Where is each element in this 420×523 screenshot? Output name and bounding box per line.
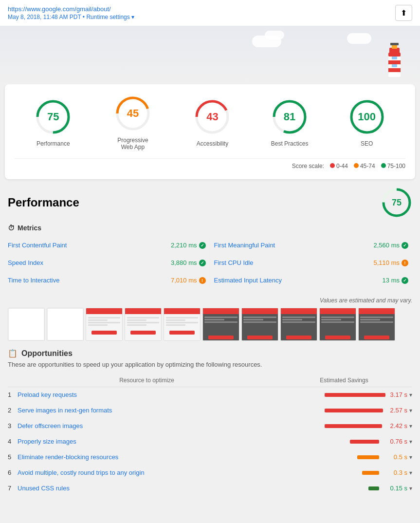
svg-rect-6 [392, 45, 397, 49]
opp-bar [368, 486, 379, 490]
chevron-down-icon[interactable]: ▾ [409, 469, 412, 476]
opp-bar-container: 0.3 s ▾ [325, 469, 412, 476]
thumbnail [164, 308, 201, 341]
performance-section: Performance 75 [8, 187, 412, 218]
metric-row: Time to Interactive 7,010 ms ! [8, 272, 206, 289]
opp-bar [350, 440, 379, 444]
opportunities-title: 📋 Opportunities [8, 349, 412, 358]
metrics-col-right: First Meaningful Paint 2,560 ms ✓ First … [210, 237, 413, 289]
scale-red: 0-44 [330, 163, 348, 169]
metric-value: 2,560 ms ✓ [374, 242, 408, 249]
metric-label[interactable]: Time to Interactive [8, 277, 59, 284]
status-dot: ✓ [199, 260, 206, 266]
opportunities-header: Resource to optimize Estimated Savings [8, 374, 412, 387]
page-url[interactable]: https://www.google.com/gmail/about/ [8, 5, 111, 13]
thumbnail [47, 308, 84, 341]
chevron-down-icon[interactable]: ▾ [409, 438, 412, 445]
estimated-note: Values are estimated and may vary. [8, 297, 412, 304]
opp-savings: 2.42 s ▾ [386, 422, 412, 430]
status-dot: ✓ [402, 277, 408, 284]
score-item-accessibility[interactable]: 43 Accessibility [193, 97, 232, 147]
performance-score-circle: 75 [381, 187, 412, 218]
perf-score-num: 75 [392, 198, 402, 208]
opp-savings: 0.3 s ▾ [383, 469, 412, 476]
opp-bar [325, 409, 383, 412]
chevron-down-icon[interactable]: ▾ [409, 454, 412, 461]
thumbnail [280, 308, 317, 341]
performance-title: Performance [8, 196, 79, 209]
opp-bar-container: 0.76 s ▾ [325, 438, 412, 445]
opp-savings: 3.17 s ▾ [389, 391, 412, 398]
score-item-pwa[interactable]: 45 Progressive Web App [111, 94, 155, 150]
metric-label[interactable]: First Contentful Paint [8, 242, 67, 249]
opp-num: 7 [8, 485, 18, 492]
score-item-seo[interactable]: 100 SEO [347, 97, 386, 147]
opp-name: Preload key requests [18, 391, 325, 398]
col-savings: Estimated Savings [276, 377, 412, 384]
share-button[interactable]: ⬆ [395, 5, 412, 21]
metric-row: Estimated Input Latency 13 ms ✓ [214, 272, 409, 289]
scale-orange: 45-74 [354, 163, 375, 169]
opportunity-row[interactable]: 6 Avoid multiple, costly round trips to … [8, 465, 412, 481]
svg-rect-3 [388, 60, 401, 64]
score-number-performance: 75 [47, 111, 59, 123]
svg-rect-8 [392, 56, 397, 59]
score-number-accessibility: 43 [206, 111, 218, 123]
opportunities-icon: 📋 [8, 349, 18, 358]
opportunity-row[interactable]: 3 Defer offscreen images 2.42 s ▾ [8, 418, 412, 434]
svg-rect-7 [390, 43, 399, 45]
score-label-seo: SEO [361, 140, 373, 147]
opp-bar-container: 3.17 s ▾ [325, 391, 412, 398]
score-circle-seo: 100 [347, 97, 386, 136]
metric-row: First Contentful Paint 2,210 ms ✓ [8, 237, 206, 254]
opp-name: Serve images in next-gen formats [18, 407, 325, 414]
opp-savings: 0.5 s ▾ [383, 453, 412, 461]
metric-label[interactable]: First CPU Idle [214, 259, 254, 266]
scores-card: 75 Performance 45 Progressive Web App 43… [5, 84, 415, 179]
metric-row: First CPU Idle 5,110 ms ! [214, 254, 409, 272]
opp-num: 2 [8, 407, 18, 414]
chevron-down-icon[interactable]: ▾ [409, 423, 412, 430]
page-meta: May 8, 2018, 11:48 AM PDT • Runtime sett… [8, 14, 134, 20]
score-number-best-practices: 81 [284, 111, 295, 123]
score-circle-best-practices: 81 [270, 97, 309, 136]
clock-icon: ⏱ [8, 224, 15, 232]
opp-bar-container: 0.15 s ▾ [325, 485, 412, 492]
score-item-performance[interactable]: 75 Performance [34, 97, 73, 147]
lighthouse-icon [379, 38, 410, 84]
metric-row: Speed Index 3,880 ms ✓ [8, 254, 206, 272]
opportunity-row[interactable]: 5 Eliminate render-blocking resources 0.… [8, 449, 412, 465]
opp-savings: 0.76 s ▾ [383, 438, 412, 445]
metric-value: 2,210 ms ✓ [171, 242, 205, 249]
opp-bar [357, 455, 379, 459]
thumbnail [125, 308, 162, 341]
opp-num: 5 [8, 453, 18, 461]
score-item-best-practices[interactable]: 81 Best Practices [270, 97, 309, 147]
thumbnail [241, 308, 278, 341]
opp-savings: 0.15 s ▾ [383, 485, 412, 492]
status-dot: ✓ [402, 242, 408, 249]
thumbnail [202, 308, 239, 341]
metric-label[interactable]: First Meaningful Paint [214, 242, 275, 249]
opportunities-list: 1 Preload key requests 3.17 s ▾ 2 Serve … [8, 387, 412, 496]
opp-num: 1 [8, 391, 18, 398]
scale-green: 75-100 [381, 163, 405, 169]
score-label-pwa: Progressive Web App [111, 137, 155, 150]
score-label-performance: Performance [37, 140, 70, 147]
chevron-down-icon[interactable]: ▾ [409, 392, 412, 398]
score-circle-performance: 75 [34, 97, 73, 136]
chevron-down-icon[interactable]: ▾ [409, 485, 412, 492]
metric-value: 5,110 ms ! [374, 259, 408, 266]
opportunity-row[interactable]: 2 Serve images in next-gen formats 2.57 … [8, 403, 412, 418]
opp-bar [362, 471, 379, 475]
opportunity-row[interactable]: 1 Preload key requests 3.17 s ▾ [8, 387, 412, 403]
scale-row: Score scale: 0-44 45-74 75-100 [15, 158, 405, 169]
score-label-best-practices: Best Practices [271, 140, 309, 147]
chevron-down-icon[interactable]: ▾ [409, 407, 412, 414]
metric-label[interactable]: Estimated Input Latency [214, 277, 282, 284]
opp-name: Avoid multiple, costly round trips to an… [18, 469, 325, 476]
opportunity-row[interactable]: 4 Properly size images 0.76 s ▾ [8, 434, 412, 449]
opportunity-row[interactable]: 7 Unused CSS rules 0.15 s ▾ [8, 481, 412, 496]
status-dot: ✓ [199, 242, 206, 249]
metric-label[interactable]: Speed Index [8, 259, 43, 266]
